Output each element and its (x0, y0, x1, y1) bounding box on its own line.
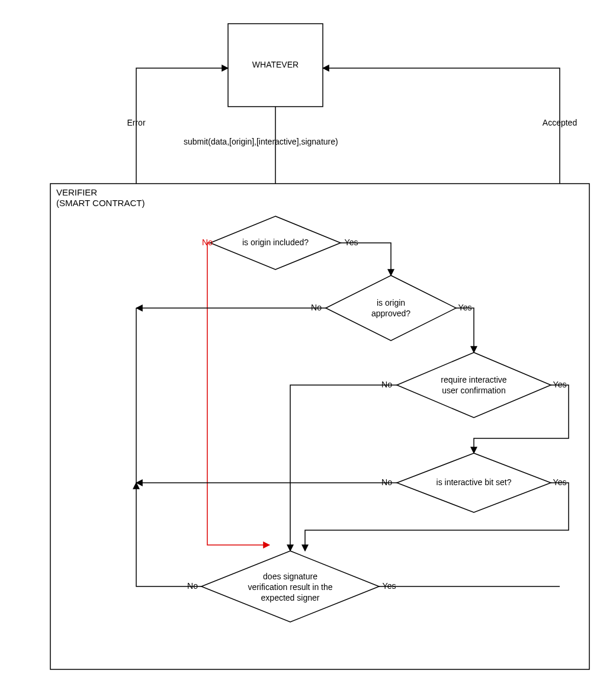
accepted-label: Accepted (543, 118, 577, 127)
diamond-signature-l3: expected signer (261, 593, 320, 602)
error-label: Error (127, 118, 145, 127)
label-d2-no: No (311, 303, 322, 312)
label-d1-yes: Yes (345, 238, 358, 247)
diamond-require-interactive-l1: require interactive (441, 375, 506, 384)
diamond-origin-approved-l2: approved? (371, 309, 410, 318)
label-d3-no: No (381, 380, 392, 389)
label-d4-yes: Yes (553, 477, 567, 487)
label-d5-no: No (187, 581, 198, 591)
flowchart: WHATEVER submit(data,[origin],[interacti… (0, 0, 616, 699)
whatever-label: WHATEVER (252, 60, 299, 69)
submit-label: submit(data,[origin],[interactive],signa… (184, 137, 338, 146)
diamond-require-interactive-l2: user confirmation (442, 386, 505, 395)
verifier-title2: (SMART CONTRACT) (56, 198, 145, 208)
diamond-origin-included-label: is origin included? (242, 238, 309, 247)
diamond-interactive-bit-label: is interactive bit set? (437, 477, 512, 487)
label-d4-no: No (381, 477, 392, 487)
diamond-signature-l2: verification result in the (248, 582, 332, 592)
label-d2-yes: Yes (458, 303, 472, 312)
label-d5-yes: Yes (383, 581, 396, 591)
label-d1-no: No (202, 238, 213, 247)
label-d3-yes: Yes (553, 380, 567, 389)
verifier-title1: VERIFIER (56, 187, 97, 197)
diamond-signature-l1: does signature (263, 572, 317, 581)
diamond-origin-approved-l1: is origin (377, 298, 405, 307)
